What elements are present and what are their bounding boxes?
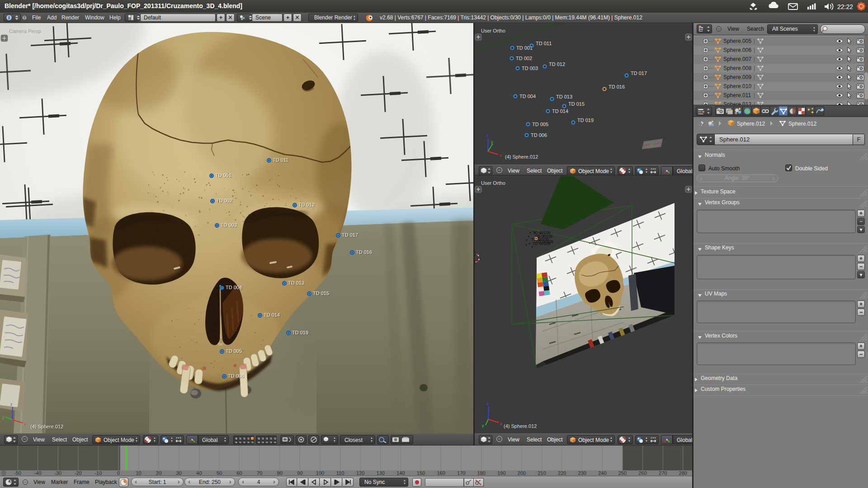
svg-text:TD 019: TD 019: [577, 117, 594, 123]
svg-text:TD 004: TD 004: [226, 285, 242, 290]
svg-text:TD 015: TD 015: [313, 291, 329, 296]
svg-text:-30: -30: [54, 470, 61, 476]
svg-text:230: 230: [578, 470, 586, 476]
svg-text:210: 210: [538, 470, 546, 476]
svg-text:160: 160: [437, 470, 445, 476]
svg-text:22:22: 22:22: [837, 3, 853, 10]
svg-text:60: 60: [236, 470, 242, 476]
svg-text:20: 20: [156, 470, 161, 476]
svg-text:User Ortho: User Ortho: [481, 180, 505, 186]
svg-text:TD 011: TD 011: [273, 157, 288, 163]
svg-text:0: 0: [117, 470, 120, 476]
svg-text:180: 180: [477, 470, 486, 476]
svg-text:-20: -20: [75, 470, 82, 476]
svg-text:i: i: [9, 15, 10, 20]
svg-text:TD 004: TD 004: [519, 94, 536, 99]
svg-text:y: y: [2, 415, 5, 420]
svg-text:z: z: [10, 402, 13, 407]
svg-text:(4) Sphere.012: (4) Sphere.012: [30, 424, 63, 429]
svg-text:30: 30: [176, 470, 182, 476]
svg-text:90: 90: [297, 470, 302, 476]
svg-text:50: 50: [217, 470, 222, 476]
svg-text:TD 006: TD 006: [228, 373, 244, 379]
svg-text:100: 100: [316, 470, 324, 476]
svg-text:280: 280: [679, 470, 687, 476]
svg-text:TD 011: TD 011: [536, 41, 552, 46]
svg-text:-40: -40: [34, 470, 42, 476]
svg-text:TD 017: TD 017: [342, 232, 358, 238]
svg-text:10: 10: [136, 470, 141, 476]
svg-text:TD 016: TD 016: [356, 249, 372, 255]
svg-text:140: 140: [396, 470, 405, 476]
svg-text:TD 017: TD 017: [631, 70, 647, 76]
svg-text:x: x: [24, 422, 26, 427]
svg-text:200: 200: [518, 470, 526, 476]
svg-text:User Ortho: User Ortho: [481, 28, 505, 33]
svg-text:TD 019: TD 019: [292, 330, 308, 335]
svg-text:TD 015: TD 015: [568, 101, 585, 107]
svg-text:(4) Sphere.012: (4) Sphere.012: [505, 154, 538, 160]
svg-text:x: x: [500, 422, 502, 426]
svg-text:170: 170: [457, 470, 465, 476]
svg-text:80: 80: [277, 470, 283, 476]
svg-text:TD 016: TD 016: [609, 84, 625, 89]
svg-text:TD 003: TD 003: [522, 66, 538, 71]
svg-text:TD 014: TD 014: [264, 312, 280, 318]
svg-text:TD 0010b: TD 0010b: [533, 241, 551, 246]
svg-text:110: 110: [336, 470, 344, 476]
svg-text:TD 005: TD 005: [532, 122, 548, 127]
svg-text:150: 150: [417, 470, 425, 476]
svg-text:(4) Sphere.012: (4) Sphere.012: [504, 423, 537, 429]
svg-text:TD 003: TD 003: [221, 222, 237, 228]
svg-text:TD 013: TD 013: [288, 280, 304, 286]
svg-text:-50: -50: [14, 470, 21, 476]
svg-text:TD 013: TD 013: [556, 94, 572, 99]
svg-text:TD 002: TD 002: [516, 56, 532, 61]
svg-text:260: 260: [638, 470, 646, 476]
svg-text:TD 001: TD 001: [215, 173, 231, 178]
svg-text:220: 220: [558, 470, 566, 476]
svg-text:190: 190: [497, 470, 505, 476]
svg-text:TD 014: TD 014: [552, 108, 568, 114]
svg-text:TD 012: TD 012: [298, 202, 315, 207]
svg-text:70: 70: [257, 470, 262, 476]
svg-text:TD 002: TD 002: [216, 198, 232, 203]
svg-text:z: z: [486, 133, 489, 138]
svg-text:y: y: [491, 140, 493, 144]
svg-text:Camera Persp: Camera Persp: [9, 28, 41, 34]
svg-text:TD 012: TD 012: [549, 61, 565, 67]
svg-text:y: y: [482, 423, 484, 428]
svg-text:x: x: [500, 153, 502, 158]
svg-text:270: 270: [659, 470, 667, 476]
svg-text:130: 130: [377, 470, 385, 476]
svg-text:40: 40: [196, 470, 202, 476]
svg-text:250: 250: [618, 470, 627, 476]
svg-text:-10: -10: [94, 470, 102, 476]
svg-text:TD 005: TD 005: [226, 348, 242, 354]
svg-text:240: 240: [598, 470, 606, 476]
svg-text:TD 006: TD 006: [531, 132, 547, 138]
svg-text:z: z: [487, 402, 489, 406]
svg-text:120: 120: [356, 470, 364, 476]
